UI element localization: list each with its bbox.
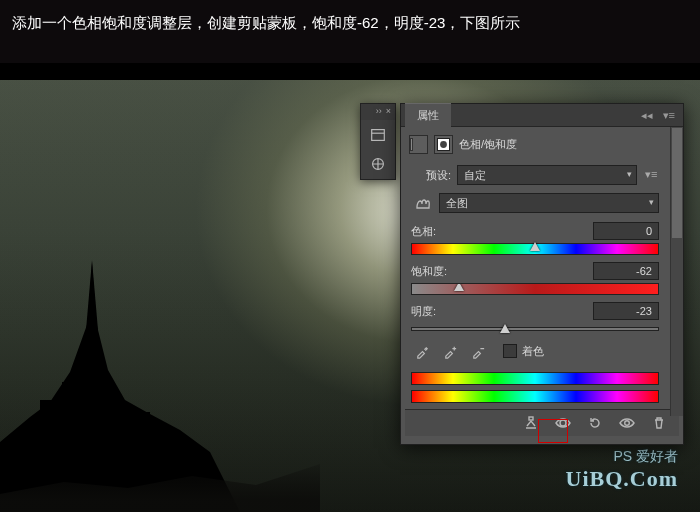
eyedropper-subtract-icon[interactable]: [469, 342, 487, 360]
preset-label: 预设:: [411, 168, 451, 183]
svg-point-12: [625, 421, 630, 426]
hue-slider[interactable]: [411, 243, 659, 255]
svg-point-9: [440, 141, 447, 148]
lightness-slider[interactable]: [411, 327, 659, 331]
mask-icon[interactable]: [434, 135, 453, 154]
panel-scrollbar[interactable]: [670, 127, 683, 416]
preset-menu-icon[interactable]: ▾≡: [645, 168, 659, 182]
castle-silhouette: [0, 252, 260, 512]
channel-value: 全图: [446, 196, 468, 211]
targeted-adjust-icon[interactable]: [411, 194, 433, 212]
clip-to-layer-icon[interactable]: [523, 414, 539, 432]
adjustment-icon: [409, 135, 428, 154]
saturation-field[interactable]: [593, 262, 659, 280]
lightness-thumb[interactable]: [500, 324, 510, 333]
view-previous-icon[interactable]: [555, 414, 571, 432]
eyedropper-add-icon[interactable]: [441, 342, 459, 360]
svg-rect-3: [110, 402, 126, 472]
eyedropper-icon[interactable]: [413, 342, 431, 360]
hue-label: 色相:: [411, 224, 436, 239]
saturation-slider[interactable]: [411, 283, 659, 295]
panel-tabbar: 属性 ◂◂ ▾≡: [401, 104, 683, 127]
close-icon[interactable]: ×: [386, 106, 391, 118]
panel-shortcut-2[interactable]: [363, 150, 393, 178]
preset-select[interactable]: 自定 ▾: [457, 165, 637, 185]
svg-rect-4: [138, 412, 150, 472]
colorize-checkbox[interactable]: 着色: [503, 344, 544, 359]
chevron-down-icon: ▾: [627, 169, 632, 179]
colorize-label: 着色: [522, 344, 544, 359]
chevron-down-icon: ▾: [649, 197, 654, 207]
adjustment-title: 色相/饱和度: [459, 137, 517, 152]
watermark-site: UiBQ.Com: [566, 465, 679, 494]
lightness-field[interactable]: [593, 302, 659, 320]
panel-footer: [405, 409, 679, 436]
properties-panel: 属性 ◂◂ ▾≡ 色相/饱和度 预设: 自定 ▾ ▾≡: [400, 103, 684, 445]
collapse-icon[interactable]: ››: [376, 106, 382, 118]
reset-icon[interactable]: [587, 414, 603, 432]
tab-properties[interactable]: 属性: [405, 103, 451, 127]
saturation-thumb[interactable]: [454, 283, 464, 291]
panel-menu-icon[interactable]: ▾≡: [663, 109, 675, 122]
hue-thumb[interactable]: [530, 242, 540, 251]
hue-range-strip[interactable]: [411, 372, 659, 403]
lightness-label: 明度:: [411, 304, 436, 319]
svg-rect-1: [40, 400, 54, 460]
svg-marker-5: [86, 260, 98, 330]
mini-toolbox-header: ›› ×: [361, 104, 395, 120]
watermark: PS 爱好者 UiBQ.Com: [566, 447, 679, 494]
panel-shortcut-1[interactable]: [363, 121, 393, 149]
watermark-brand: PS 爱好者: [566, 447, 679, 465]
saturation-label: 饱和度:: [411, 264, 447, 279]
svg-point-11: [560, 420, 566, 426]
trash-icon[interactable]: [651, 414, 667, 432]
mini-toolbox: ›› ×: [360, 103, 396, 180]
adjustment-title-row: 色相/饱和度: [405, 131, 665, 162]
hue-field[interactable]: [593, 222, 659, 240]
svg-rect-10: [529, 417, 533, 420]
preset-value: 自定: [464, 168, 486, 183]
instruction-caption: 添加一个色相饱和度调整层，创建剪贴蒙板，饱和度-62，明度-23，下图所示: [0, 0, 700, 63]
svg-rect-6: [372, 130, 385, 141]
visibility-icon[interactable]: [619, 414, 635, 432]
collapse-chevron-icon[interactable]: ◂◂: [641, 109, 653, 122]
checkbox-box: [503, 344, 517, 358]
channel-select[interactable]: 全图 ▾: [439, 193, 659, 213]
svg-rect-2: [62, 382, 74, 462]
svg-marker-0: [0, 262, 240, 512]
